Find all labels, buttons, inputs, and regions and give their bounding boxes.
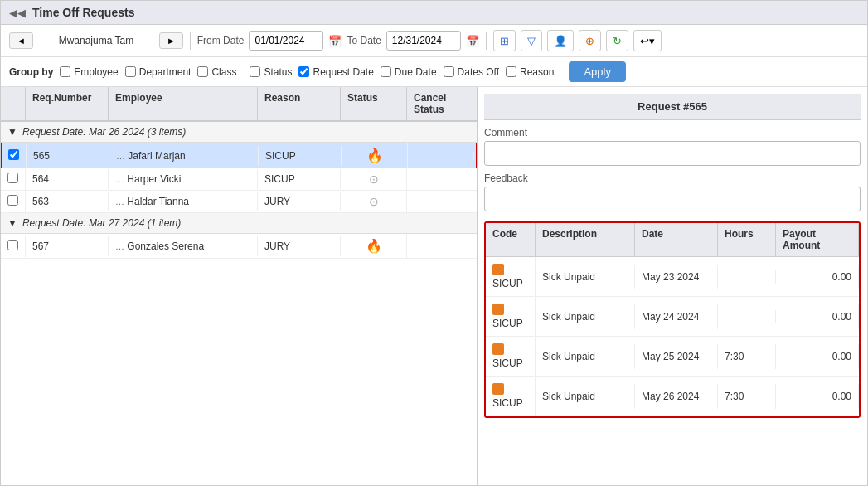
refresh-button[interactable]: ↻ xyxy=(606,30,628,51)
to-date-calendar-icon[interactable]: 📅 xyxy=(466,35,479,47)
from-date-input[interactable] xyxy=(249,31,323,51)
stack-layers-button[interactable]: ⊞ xyxy=(493,30,516,51)
group-status-checkbox[interactable]: Status xyxy=(250,66,292,78)
from-date-label: From Date xyxy=(197,35,245,46)
col-reason: Reason xyxy=(258,87,341,120)
undo-button[interactable]: ↩▾ xyxy=(633,30,662,51)
detail-col-description: Description xyxy=(536,223,635,256)
group-request-date-checkbox[interactable]: Request Date xyxy=(298,66,373,78)
group-dates-off-checkbox[interactable]: Dates Off xyxy=(444,66,499,78)
row-checkbox-564[interactable] xyxy=(1,168,26,190)
group-class-checkbox[interactable]: Class xyxy=(197,66,236,78)
to-date-label: To Date xyxy=(347,35,381,46)
detail-desc-4: Sick Unpaid xyxy=(536,384,635,409)
dots-button[interactable]: ⊕ xyxy=(579,30,601,51)
detail-code-1: SICUP xyxy=(486,257,536,296)
row-checkbox-563[interactable] xyxy=(1,191,26,212)
group-collapse-icon-2[interactable]: ▼ xyxy=(7,217,17,229)
separator-2 xyxy=(486,32,487,50)
row-menu-567[interactable]: … xyxy=(115,241,124,251)
group-reason-checkbox[interactable]: Reason xyxy=(506,66,554,78)
row-req-number-567: 567 xyxy=(26,236,109,256)
person-add-button[interactable]: 👤 xyxy=(547,30,574,51)
orange-status-icon-4 xyxy=(492,383,504,395)
detail-payout-1: 0.00 xyxy=(776,265,859,289)
row-reason-565: SICUP xyxy=(259,146,342,166)
prev-employee-button[interactable]: ◄ xyxy=(9,32,33,49)
table-header: Req.Number Employee Reason Status Cancel… xyxy=(1,87,477,122)
detail-extra-4 xyxy=(859,390,861,403)
row-cancel-563 xyxy=(407,197,473,206)
detail-desc-2: Sick Unpaid xyxy=(536,304,635,329)
orange-status-icon xyxy=(492,264,504,275)
row-reason-563: JURY xyxy=(258,192,341,211)
feedback-label: Feedback xyxy=(484,173,861,184)
orange-status-icon-3 xyxy=(492,343,504,355)
from-date-calendar-icon[interactable]: 📅 xyxy=(328,35,342,47)
detail-hours-4: 7:30 xyxy=(718,384,776,409)
group-header-label-2: Request Date: Mar 27 2024 (1 item) xyxy=(22,217,181,229)
feedback-field-group: Feedback xyxy=(484,173,861,211)
comment-input[interactable] xyxy=(484,141,861,166)
row-req-number-563: 563 xyxy=(26,192,109,211)
status-pending-icon: ⊙ xyxy=(369,173,379,186)
comment-field-group: Comment xyxy=(484,127,861,166)
row-menu-565[interactable]: … xyxy=(116,151,125,161)
left-panel: Req.Number Employee Reason Status Cancel… xyxy=(1,87,478,485)
detail-row: SICUP Sick Unpaid May 23 2024 0.00 xyxy=(486,257,859,297)
group-by-bar: Group by Employee Department Class Statu… xyxy=(1,57,867,87)
status-approved-icon-2: 🔥 xyxy=(366,239,382,253)
status-approved-icon: 🔥 xyxy=(366,148,383,163)
detail-extra-2 xyxy=(859,310,861,323)
row-req-number-565: 565 xyxy=(27,146,109,166)
detail-code-4: SICUP xyxy=(486,377,536,416)
group-department-checkbox[interactable]: Department xyxy=(125,66,192,78)
row-menu-564[interactable]: … xyxy=(115,174,124,184)
row-cancel-564 xyxy=(407,175,473,183)
table-row[interactable]: 565 … Jafari Marjan SICUP 🔥 xyxy=(1,143,477,168)
detail-col-hours: Hours xyxy=(718,223,776,256)
detail-table-header: Code Description Date Hours Payout Amoun… xyxy=(486,223,859,257)
table-row[interactable]: 563 … Haldar Tianna JURY ⊙ xyxy=(1,191,477,213)
group-collapse-icon-1[interactable]: ▼ xyxy=(7,126,17,138)
table-body: ▼ Request Date: Mar 26 2024 (3 items) 56… xyxy=(1,122,477,485)
separator-1 xyxy=(190,32,191,50)
title-bar: ◀◀ Time Off Requests xyxy=(1,1,867,25)
right-panel: Request #565 Comment Feedback Code Descr… xyxy=(478,87,867,485)
row-cancel-567 xyxy=(407,242,473,250)
row-employee-563: … Haldar Tianna xyxy=(109,192,258,211)
toolbar: ◄ Mwanajuma Tam ► From Date 📅 To Date 📅 … xyxy=(1,25,867,57)
detail-extra-1 xyxy=(859,270,861,284)
group-employee-checkbox[interactable]: Employee xyxy=(60,66,118,78)
apply-button[interactable]: Apply xyxy=(569,61,626,82)
row-checkbox-565[interactable] xyxy=(2,145,27,167)
feedback-input[interactable] xyxy=(484,187,861,211)
collapse-arrows-icon[interactable]: ◀◀ xyxy=(9,7,26,19)
col-cancel-status: Cancel Status xyxy=(407,87,473,120)
group-due-date-checkbox[interactable]: Due Date xyxy=(381,66,437,78)
detail-row: SICUP Sick Unpaid May 25 2024 7:30 0.00 xyxy=(486,337,859,377)
col-status: Status xyxy=(341,87,407,120)
detail-date-1: May 23 2024 xyxy=(635,265,718,289)
filter-button[interactable]: ▽ xyxy=(521,30,542,51)
table-row[interactable]: 564 … Harper Vicki SICUP ⊙ xyxy=(1,168,477,191)
row-menu-563[interactable]: … xyxy=(115,197,124,207)
detail-hours-3: 7:30 xyxy=(718,344,776,369)
detail-payout-4: 0.00 xyxy=(776,384,859,409)
to-date-input[interactable] xyxy=(386,31,461,51)
col-checkbox xyxy=(1,87,26,120)
detail-date-3: May 25 2024 xyxy=(635,344,718,369)
detail-payout-2: 0.00 xyxy=(776,304,859,329)
comment-label: Comment xyxy=(484,127,861,139)
detail-date-2: May 24 2024 xyxy=(635,304,718,329)
next-employee-button[interactable]: ► xyxy=(159,32,183,49)
row-checkbox-567[interactable] xyxy=(1,236,26,257)
detail-row: SICUP Sick Unpaid May 26 2024 7:30 0.00 xyxy=(486,377,859,416)
detail-hours-1 xyxy=(718,270,776,284)
detail-desc-1: Sick Unpaid xyxy=(536,265,635,289)
group-by-label: Group by xyxy=(9,66,53,78)
table-row[interactable]: 567 … Gonzales Serena JURY 🔥 xyxy=(1,234,477,259)
group-header-2: ▼ Request Date: Mar 27 2024 (1 item) xyxy=(1,213,477,234)
request-header: Request #565 xyxy=(484,94,861,120)
page-title: Time Off Requests xyxy=(32,6,134,19)
